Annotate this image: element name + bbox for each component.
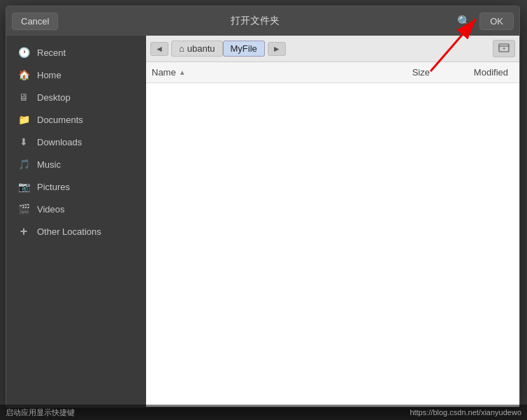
cancel-button[interactable]: Cancel xyxy=(12,13,58,30)
sidebar: 🕐 Recent 🏠 Home 🖥 Desktop 📁 Documents ⬇ … xyxy=(6,36,146,407)
breadcrumb: ⌂ ubantu MyFile xyxy=(171,41,265,57)
search-button[interactable]: 🔍 xyxy=(452,12,477,31)
file-list xyxy=(146,83,519,407)
recent-icon: 🕐 xyxy=(17,46,30,59)
sidebar-item-pictures[interactable]: 📷 Pictures xyxy=(6,175,146,198)
main-file-area: ◄ ⌂ ubantu MyFile ► + xyxy=(146,36,519,407)
ok-button[interactable]: OK xyxy=(479,13,514,30)
sidebar-item-other-locations[interactable]: + Other Locations xyxy=(6,220,146,242)
sidebar-item-label: Music xyxy=(37,159,61,170)
sidebar-item-music[interactable]: 🎵 Music xyxy=(6,153,146,175)
videos-icon: 🎬 xyxy=(17,203,30,215)
sidebar-item-label: Downloads xyxy=(37,137,82,147)
col-size-header: Size xyxy=(374,67,430,78)
breadcrumb-current[interactable]: MyFile xyxy=(223,41,265,57)
pictures-icon: 📷 xyxy=(17,180,30,193)
sidebar-item-label: Recent xyxy=(37,48,66,58)
dialog-title: 打开文件夹 xyxy=(231,15,280,27)
sidebar-item-label: Pictures xyxy=(37,182,70,192)
bottom-hint-bar: 启动应用显示快捷键 https://blog.csdn.net/xianyude… xyxy=(0,405,527,420)
bottom-left-text: 启动应用显示快捷键 xyxy=(6,407,75,418)
home-crumb-icon: ⌂ xyxy=(179,43,185,54)
sort-icon: ▲ xyxy=(179,68,186,76)
sidebar-item-label: Documents xyxy=(37,115,83,125)
desktop-icon: 🖥 xyxy=(17,91,30,103)
home-icon: 🏠 xyxy=(17,68,30,81)
sidebar-item-videos[interactable]: 🎬 Videos xyxy=(6,198,146,220)
sidebar-item-desktop[interactable]: 🖥 Desktop xyxy=(6,86,146,108)
sidebar-item-label: Home xyxy=(37,70,62,80)
col-name-label: Name xyxy=(152,67,176,78)
nav-back-button[interactable]: ◄ xyxy=(150,42,168,56)
documents-icon: 📁 xyxy=(17,113,30,126)
sidebar-item-home[interactable]: 🏠 Home xyxy=(6,64,146,86)
current-crumb-label: MyFile xyxy=(231,43,257,54)
navigation-bar: ◄ ⌂ ubantu MyFile ► + xyxy=(146,36,519,62)
breadcrumb-home[interactable]: ⌂ ubantu xyxy=(171,41,223,57)
new-folder-icon: + xyxy=(498,42,510,53)
sidebar-item-label: Other Locations xyxy=(37,226,101,237)
column-headers: Name ▲ Size Modified xyxy=(146,62,519,83)
titlebar: Cancel 打开文件夹 🔍 OK xyxy=(6,6,519,36)
sidebar-item-recent[interactable]: 🕐 Recent xyxy=(6,41,146,64)
music-icon: 🎵 xyxy=(17,158,30,171)
bottom-right-text: https://blog.csdn.net/xianyudewo xyxy=(410,408,521,417)
dialog-body: 🕐 Recent 🏠 Home 🖥 Desktop 📁 Documents ⬇ … xyxy=(6,36,519,407)
open-folder-dialog: Cancel 打开文件夹 🔍 OK 🕐 Recent 🏠 Home 🖥 Desk… xyxy=(6,6,520,407)
sidebar-item-label: Desktop xyxy=(37,92,71,103)
sidebar-item-documents[interactable]: 📁 Documents xyxy=(6,108,146,131)
sidebar-item-label: Videos xyxy=(37,204,65,215)
home-crumb-label: ubantu xyxy=(187,43,215,54)
col-name-header[interactable]: Name ▲ xyxy=(152,67,374,78)
sidebar-item-downloads[interactable]: ⬇ Downloads xyxy=(6,131,146,153)
other-locations-icon: + xyxy=(17,225,30,238)
svg-text:+: + xyxy=(503,45,506,52)
new-folder-button[interactable]: + xyxy=(493,40,515,57)
nav-forward-button[interactable]: ► xyxy=(268,42,286,56)
col-modified-header: Modified xyxy=(430,67,514,78)
downloads-icon: ⬇ xyxy=(17,136,30,148)
titlebar-actions: 🔍 OK xyxy=(452,12,514,31)
